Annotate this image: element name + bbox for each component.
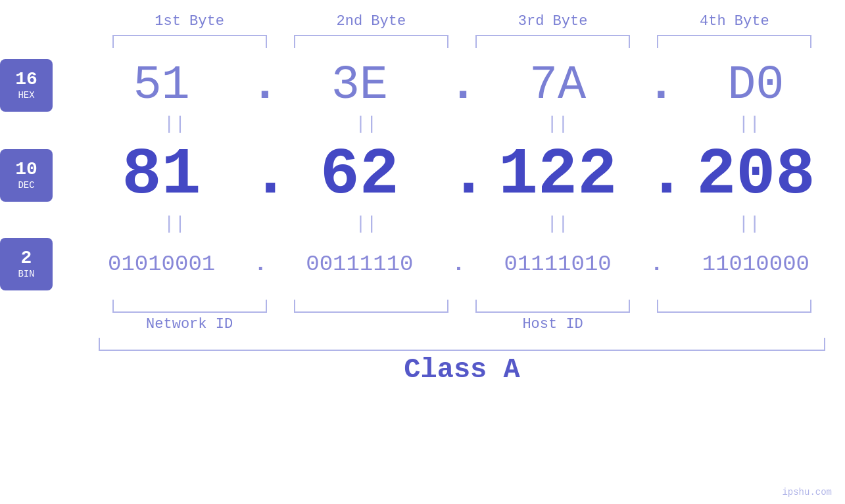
host-id-cell: Host ID <box>280 316 825 332</box>
byte2-label: 2nd Byte <box>280 13 462 30</box>
class-label-row: Class A <box>99 354 825 386</box>
dec-b2: 62 <box>270 138 448 212</box>
bot-bracket-1 <box>99 300 280 313</box>
eq1-b3: || <box>462 112 654 135</box>
dec-badge-number: 10 <box>15 160 37 179</box>
class-bracket <box>99 338 825 351</box>
eq1-b2: || <box>270 112 462 135</box>
dec-dot1: . <box>251 138 270 212</box>
hex-values: 51 . 3E . 7A . D0 <box>72 58 845 112</box>
dec-dot2: . <box>449 138 469 212</box>
byte3-label: 3rd Byte <box>462 13 644 30</box>
bin-dot3: . <box>647 252 667 277</box>
dec-dot3: . <box>647 138 667 212</box>
bin-b4: 11010000 <box>667 252 845 277</box>
dec-b1: 81 <box>72 138 251 212</box>
byte1-label: 1st Byte <box>99 13 280 30</box>
hex-badge: 16 HEX <box>0 59 53 112</box>
class-row-container: Class A <box>99 338 825 386</box>
watermark: ipshu.com <box>782 487 832 497</box>
bin-dot1: . <box>251 252 270 277</box>
eq1-b4: || <box>654 112 845 135</box>
bottom-bracket-row <box>99 300 825 313</box>
bot-bracket-4 <box>644 300 825 313</box>
bin-badge-label: BIN <box>18 269 34 279</box>
bot-bracket-2 <box>280 300 462 313</box>
id-labels-row: Network ID Host ID <box>99 316 825 332</box>
bot-bracket-3 <box>462 300 644 313</box>
hex-dot2: . <box>449 58 469 112</box>
class-label: Class A <box>404 354 519 386</box>
network-id-cell: Network ID <box>99 316 280 332</box>
hex-b2: 3E <box>270 58 448 112</box>
header-row: 1st Byte 2nd Byte 3rd Byte 4th Byte <box>99 0 825 30</box>
host-id-label: Host ID <box>522 316 583 332</box>
hex-badge-number: 16 <box>15 70 37 89</box>
bin-row: 2 BIN 01010001 . 00111110 . 01111010 . 1… <box>0 238 845 290</box>
dec-values: 81 . 62 . 122 . 208 <box>72 138 845 212</box>
dec-badge-label: DEC <box>18 180 34 191</box>
top-bracket-1 <box>99 35 280 48</box>
byte4-label: 4th Byte <box>644 13 825 30</box>
hex-row: 16 HEX 51 . 3E . 7A . D0 <box>0 58 845 112</box>
top-bracket-2 <box>280 35 462 48</box>
dec-row: 10 DEC 81 . 62 . 122 . 208 <box>0 138 845 212</box>
eq2-b1: || <box>79 212 270 235</box>
hex-dot3: . <box>647 58 667 112</box>
hex-dot1: . <box>251 58 270 112</box>
bin-badge-number: 2 <box>21 249 32 267</box>
bin-values: 01010001 . 00111110 . 01111010 . 1101000… <box>72 252 845 277</box>
hex-b3: 7A <box>469 58 647 112</box>
hex-badge-label: HEX <box>18 90 34 101</box>
equals-row-1: || || || || <box>79 112 845 135</box>
hex-b1: 51 <box>72 58 251 112</box>
eq2-b3: || <box>462 212 654 235</box>
equals-row-2: || || || || <box>79 212 845 235</box>
eq2-b2: || <box>270 212 462 235</box>
dec-b3: 122 <box>469 138 647 212</box>
dec-badge: 10 DEC <box>0 149 53 202</box>
bin-badge: 2 BIN <box>0 238 53 290</box>
top-bracket-3 <box>462 35 644 48</box>
eq1-b1: || <box>79 112 270 135</box>
eq2-b4: || <box>654 212 845 235</box>
bin-b2: 00111110 <box>270 252 448 277</box>
dec-b4: 208 <box>667 138 845 212</box>
hex-b4: D0 <box>667 58 845 112</box>
bin-dot2: . <box>449 252 469 277</box>
main-container: 1st Byte 2nd Byte 3rd Byte 4th Byte 16 H… <box>0 0 845 504</box>
network-id-label: Network ID <box>146 316 233 332</box>
top-bracket-4 <box>644 35 825 48</box>
bin-b1: 01010001 <box>72 252 251 277</box>
top-bracket-row <box>99 35 825 48</box>
bin-b3: 01111010 <box>469 252 647 277</box>
